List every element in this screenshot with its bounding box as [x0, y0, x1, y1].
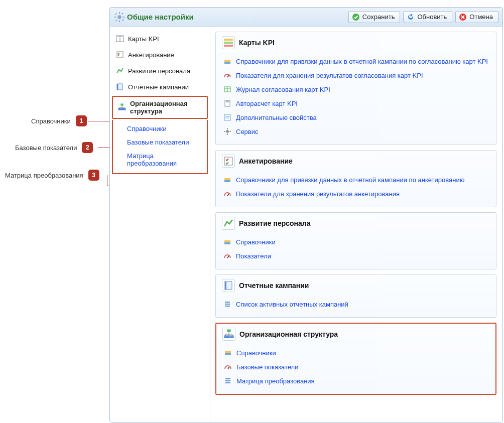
- sidebar-sub-spravochniki[interactable]: Справочники: [127, 122, 203, 135]
- svg-rect-42: [224, 131, 225, 132]
- svg-rect-20: [123, 108, 125, 110]
- gear-icon: [114, 12, 125, 23]
- svg-rect-45: [224, 180, 230, 182]
- callout-1-badge: 1: [76, 115, 87, 126]
- save-button-label: Сохранить: [362, 13, 395, 21]
- svg-rect-59: [231, 336, 233, 338]
- callout-1: Справочники 1: [31, 115, 87, 126]
- svg-rect-57: [224, 336, 227, 338]
- svg-line-30: [227, 75, 229, 77]
- section-survey-title: Анкетирование: [239, 157, 293, 165]
- svg-rect-65: [225, 351, 231, 353]
- link-dev-1[interactable]: Показатели: [236, 252, 271, 260]
- refresh-button-label: Обновить: [417, 13, 447, 21]
- chart-up-icon: [116, 67, 124, 75]
- notebook-icon: [116, 83, 124, 91]
- link-dev-0[interactable]: Справочники: [236, 238, 276, 246]
- section-kpi-title: Карты KPI: [239, 39, 275, 47]
- svg-rect-43: [229, 131, 231, 132]
- content-area: Карты KPI Справочники для привязки данны…: [210, 27, 502, 422]
- sidebar-item-label: Развитие персонала: [128, 67, 190, 75]
- section-reports-title: Отчетные кампании: [239, 281, 309, 290]
- gear-small-icon: [223, 127, 232, 136]
- reports-icon: [222, 279, 235, 292]
- cancel-button[interactable]: Отмена: [455, 11, 498, 23]
- link-kpi-1[interactable]: Показатели для хранения результатов согл…: [236, 72, 423, 79]
- svg-rect-29: [224, 60, 230, 62]
- list-icon: [223, 376, 232, 385]
- cancel-button-label: Отмена: [469, 13, 493, 21]
- section-org-title: Организационная структура: [239, 330, 338, 338]
- refresh-button[interactable]: Обновить: [403, 11, 452, 23]
- sidebar-item-reports[interactable]: Отчетные кампании: [110, 79, 210, 95]
- svg-rect-27: [224, 45, 233, 47]
- org-icon: [222, 328, 235, 341]
- window-title: Общие настройки: [127, 13, 194, 21]
- table-small-icon: [223, 85, 232, 94]
- checklist-icon: [116, 51, 124, 59]
- calc-icon: [223, 99, 232, 108]
- svg-rect-4: [122, 17, 124, 18]
- sidebar-sub-matrica[interactable]: Матрица преобразования: [127, 149, 203, 170]
- svg-rect-2: [119, 20, 120, 22]
- svg-point-39: [226, 130, 229, 133]
- sidebar-item-label: Анкетирование: [128, 51, 174, 59]
- sidebar: Карты KPI Анкетирование Развитие персона…: [110, 27, 210, 422]
- link-reports-0[interactable]: Список активных отчетных кампаний: [236, 301, 348, 308]
- link-kpi-5[interactable]: Сервис: [236, 128, 259, 135]
- section-dev-title: Развитие персонала: [239, 219, 310, 227]
- svg-rect-58: [228, 336, 230, 338]
- svg-rect-48: [224, 242, 230, 244]
- svg-rect-46: [224, 178, 230, 180]
- sidebar-sub-org: Справочники Базовые показатели Матрица п…: [112, 120, 208, 174]
- svg-rect-52: [225, 281, 226, 290]
- save-button[interactable]: Сохранить: [348, 11, 401, 23]
- svg-line-47: [227, 194, 229, 196]
- link-kpi-4[interactable]: Дополнительные свойства: [236, 114, 317, 121]
- svg-rect-26: [224, 42, 233, 44]
- svg-point-0: [117, 15, 121, 19]
- svg-rect-5: [115, 13, 117, 15]
- cancel-icon: [459, 13, 467, 21]
- section-survey: Анкетирование Справочники для привязки д…: [215, 150, 496, 207]
- svg-rect-56: [227, 330, 230, 332]
- stack-icon: [223, 175, 232, 184]
- svg-rect-44: [224, 157, 232, 165]
- svg-rect-1: [119, 12, 120, 14]
- svg-rect-34: [225, 100, 230, 106]
- window-header: Общие настройки Сохранить Обновить Отмен…: [110, 8, 502, 27]
- gauge-icon: [223, 362, 232, 371]
- dev-icon: [222, 217, 235, 230]
- link-org-0[interactable]: Справочники: [236, 349, 276, 357]
- sidebar-item-survey[interactable]: Анкетирование: [110, 47, 210, 63]
- table-icon: [116, 35, 124, 43]
- callout-3-badge: 3: [88, 170, 99, 181]
- svg-rect-7: [121, 13, 123, 15]
- callout-1-label: Справочники: [31, 117, 71, 125]
- callout-2-label: Базовые показатели: [15, 144, 77, 152]
- sidebar-item-label: Отчетные кампании: [128, 83, 189, 91]
- svg-rect-8: [115, 19, 117, 21]
- link-kpi-2[interactable]: Журнал согласования карт KPI: [236, 86, 330, 93]
- svg-rect-28: [224, 62, 230, 64]
- sidebar-sub-bazovye[interactable]: Базовые показатели: [127, 135, 203, 149]
- svg-rect-3: [114, 17, 116, 18]
- svg-rect-41: [227, 133, 228, 135]
- link-kpi-0[interactable]: Справочники для привязки данных в отчетн…: [236, 58, 488, 65]
- section-reports: Отчетные кампании Список активных отчетн…: [215, 274, 496, 318]
- sidebar-item-org[interactable]: Организационная структура: [112, 96, 208, 119]
- check-circle-icon: [352, 13, 360, 21]
- list-icon: [223, 300, 232, 309]
- sidebar-item-dev[interactable]: Развитие персонала: [110, 63, 210, 79]
- callout-3-label: Матрица преобразования: [5, 172, 83, 179]
- svg-rect-64: [225, 353, 231, 355]
- link-org-1[interactable]: Базовые показатели: [236, 363, 298, 371]
- svg-rect-6: [122, 19, 124, 21]
- link-kpi-3[interactable]: Авторасчет карт KPI: [236, 100, 298, 107]
- link-org-2[interactable]: Матрица преобразования: [236, 377, 315, 385]
- link-survey-0[interactable]: Справочники для привязки данных в отчетн…: [236, 176, 464, 184]
- sidebar-item-kpi[interactable]: Карты KPI: [110, 31, 210, 47]
- callout-3: Матрица преобразования 3: [5, 170, 99, 181]
- section-kpi: Карты KPI Справочники для привязки данны…: [215, 32, 496, 145]
- link-survey-1[interactable]: Показатели для хранения результатов анке…: [236, 190, 400, 198]
